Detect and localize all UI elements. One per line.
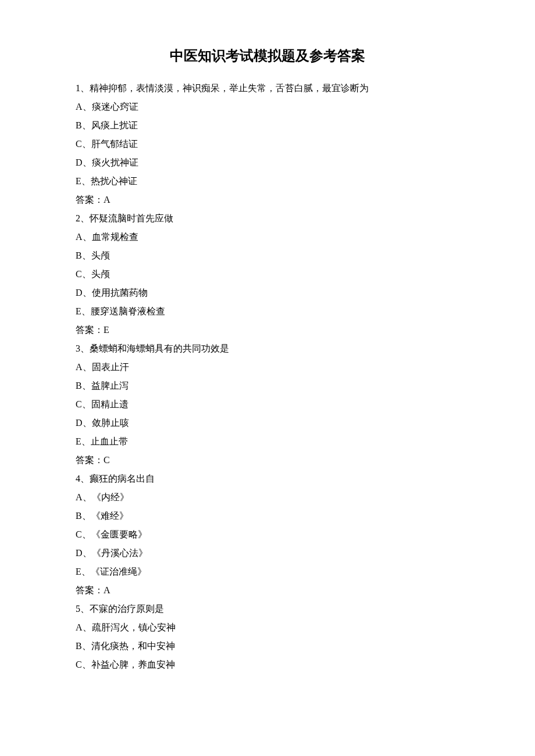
question-option: A、疏肝泻火，镇心安神 — [76, 618, 459, 637]
question-option: A、《内经》 — [76, 488, 459, 507]
question-option: C、《金匮要略》 — [76, 525, 459, 544]
question-option: C、补益心脾，养血安神 — [76, 655, 459, 674]
document-page: 中医知识考试模拟题及参考答案 1、精神抑郁，表情淡漠，神识痴呆，举止失常，舌苔白… — [0, 0, 535, 709]
question-option: B、头颅 — [76, 246, 459, 265]
question-option: C、固精止遗 — [76, 395, 459, 414]
question-stem: 2、怀疑流脑时首先应做 — [76, 209, 459, 228]
question-option: D、痰火扰神证 — [76, 153, 459, 172]
question-option: B、风痰上扰证 — [76, 116, 459, 135]
question-stem: 3、桑螵蛸和海螵蛸具有的共同功效是 — [76, 339, 459, 358]
question-answer: 答案：C — [76, 451, 459, 470]
question-option: A、痰迷心窍证 — [76, 98, 459, 116]
question-option: E、《证治准绳》 — [76, 562, 459, 581]
question-option: E、热扰心神证 — [76, 172, 459, 191]
question-stem: 4、癫狂的病名出自 — [76, 470, 459, 488]
question-option: B、《难经》 — [76, 507, 459, 525]
question-stem: 5、不寐的治疗原则是 — [76, 600, 459, 618]
question-option: B、益脾止泻 — [76, 377, 459, 395]
question-answer: 答案：A — [76, 191, 459, 209]
document-title: 中医知识考试模拟题及参考答案 — [76, 46, 459, 65]
question-answer: 答案：E — [76, 321, 459, 339]
question-option: C、头颅 — [76, 265, 459, 284]
question-option: A、血常规检查 — [76, 228, 459, 246]
question-option: D、敛肺止咳 — [76, 414, 459, 432]
question-option: E、止血止带 — [76, 432, 459, 451]
question-option: B、清化痰热，和中安神 — [76, 637, 459, 655]
question-answer: 答案：A — [76, 581, 459, 600]
question-stem: 1、精神抑郁，表情淡漠，神识痴呆，举止失常，舌苔白腻，最宜诊断为 — [76, 79, 459, 98]
question-option: E、腰穿送脑脊液检查 — [76, 302, 459, 321]
question-option: C、肝气郁结证 — [76, 135, 459, 153]
question-option: D、使用抗菌药物 — [76, 284, 459, 302]
question-option: D、《丹溪心法》 — [76, 544, 459, 562]
question-option: A、固表止汗 — [76, 358, 459, 377]
